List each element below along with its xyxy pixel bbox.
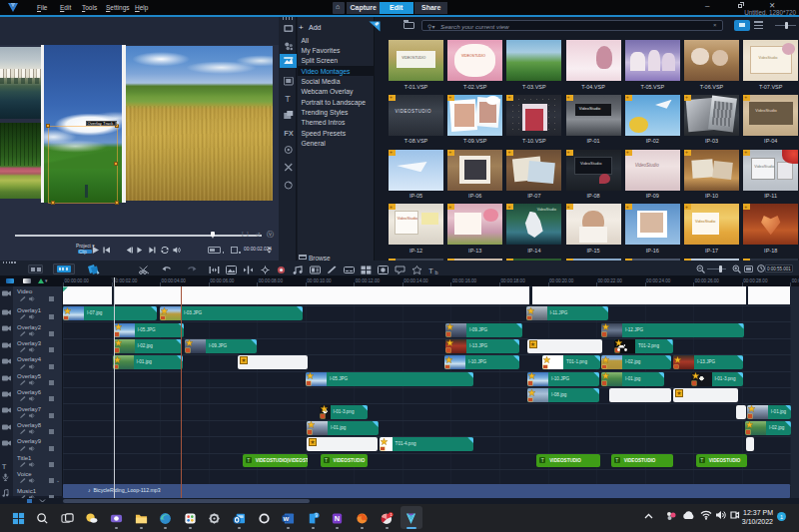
svg-text:T: T [428,266,433,274]
svg-text:9: 9 [315,513,318,518]
svg-text:b: b [435,268,438,274]
svg-text:T: T [285,94,291,103]
svg-text:N: N [335,514,340,523]
svg-text:FX: FX [284,129,294,138]
svg-text:W: W [283,515,289,521]
